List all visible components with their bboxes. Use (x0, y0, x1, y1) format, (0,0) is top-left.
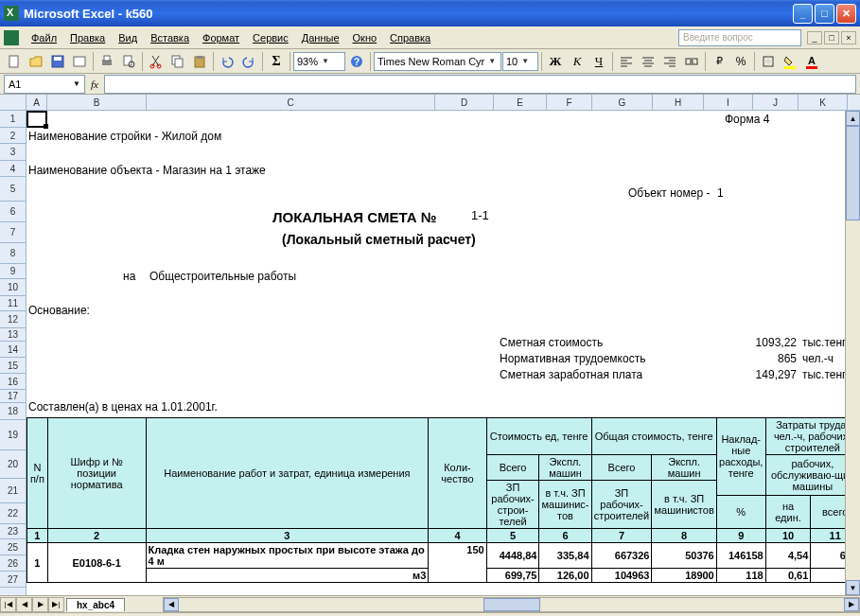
col-header[interactable]: K (799, 95, 848, 110)
maximize-button[interactable]: □ (815, 4, 834, 24)
borders-button[interactable] (758, 51, 779, 72)
col-header[interactable]: I (704, 95, 753, 110)
row-header[interactable]: 3 (0, 144, 26, 161)
copy-button[interactable] (167, 51, 188, 72)
align-right-button[interactable] (659, 51, 680, 72)
help-button[interactable]: ? (346, 51, 367, 72)
name-box[interactable]: A1▼ (4, 75, 85, 94)
tab-next-button[interactable]: ▶ (32, 597, 48, 612)
fontsize-combo[interactable]: 10▼ (502, 52, 538, 71)
row-header[interactable]: 22 (0, 503, 26, 524)
scroll-thumb[interactable] (846, 126, 860, 220)
underline-button[interactable]: Ч (588, 51, 609, 72)
select-all-corner[interactable] (0, 95, 26, 110)
row-header[interactable]: 5 (0, 177, 26, 202)
row-header[interactable]: 25 (0, 539, 26, 555)
undo-button[interactable] (217, 51, 237, 72)
row-header[interactable]: 13 (0, 328, 26, 342)
vertical-scrollbar[interactable]: ▲ ▼ (845, 111, 860, 595)
row-header[interactable]: 2 (0, 128, 26, 144)
merge-button[interactable]: a (681, 51, 702, 72)
row-header[interactable]: 23 (0, 524, 26, 539)
col-header[interactable]: A (26, 95, 47, 110)
row-header[interactable]: 27 (0, 572, 26, 588)
row-header[interactable]: 11 (0, 296, 26, 311)
menu-data[interactable]: Данные (295, 29, 346, 46)
row-header[interactable]: 20 (0, 450, 26, 479)
row-header[interactable]: 16 (0, 374, 26, 390)
italic-button[interactable]: К (567, 51, 588, 72)
row-header[interactable]: 21 (0, 479, 26, 503)
align-center-button[interactable] (638, 51, 658, 72)
currency-button[interactable]: ₽ (709, 51, 729, 72)
scroll-up-button[interactable]: ▲ (846, 111, 860, 126)
row-header[interactable]: 12 (0, 311, 26, 328)
row-header[interactable]: 4 (0, 161, 26, 177)
row-header[interactable]: 19 (0, 420, 26, 450)
font-combo[interactable]: Times New Roman Cyr▼ (374, 52, 501, 71)
minimize-button[interactable]: _ (793, 4, 813, 24)
row-header[interactable]: 17 (0, 390, 26, 403)
cut-button[interactable] (146, 51, 167, 72)
col-header[interactable]: H (653, 95, 704, 110)
scroll-left-button[interactable]: ◀ (164, 598, 179, 611)
row-header[interactable]: 26 (0, 555, 26, 572)
row-header[interactable]: 14 (0, 342, 26, 358)
menu-format[interactable]: Формат (196, 29, 246, 46)
row-header[interactable]: 9 (0, 264, 26, 279)
row-header[interactable]: 6 (0, 202, 26, 222)
tab-first-button[interactable]: |◀ (0, 597, 16, 612)
row-header[interactable]: 15 (0, 358, 26, 374)
align-left-button[interactable] (616, 51, 637, 72)
col-header[interactable]: C (147, 95, 435, 110)
active-cell[interactable] (26, 111, 47, 128)
scroll-down-button[interactable]: ▼ (846, 580, 860, 595)
row-header[interactable]: 10 (0, 279, 26, 296)
col-header[interactable]: F (547, 95, 592, 110)
close-button[interactable]: ✕ (836, 4, 856, 24)
scroll-right-button[interactable]: ▶ (844, 598, 859, 611)
menu-file[interactable]: Файл (25, 29, 63, 46)
print-button[interactable] (97, 51, 117, 72)
menu-edit[interactable]: Правка (63, 29, 112, 46)
mdi-minimize-button[interactable]: _ (807, 31, 822, 44)
mdi-restore-button[interactable]: □ (824, 31, 839, 44)
col-header[interactable]: B (47, 95, 147, 110)
print-preview-button[interactable] (118, 51, 139, 72)
col-header[interactable]: E (494, 95, 547, 110)
menu-view[interactable]: Вид (112, 29, 144, 46)
save-button[interactable] (47, 51, 68, 72)
row-header[interactable]: 7 (0, 222, 26, 243)
horizontal-scrollbar[interactable]: ◀ ▶ (163, 597, 860, 612)
font-color-button[interactable]: A (801, 51, 822, 72)
tab-last-button[interactable]: ▶| (48, 597, 64, 612)
percent-button[interactable]: % (730, 51, 751, 72)
col-header[interactable]: G (592, 95, 653, 110)
help-search-input[interactable]: Введите вопрос (678, 29, 801, 46)
formula-bar[interactable] (104, 75, 856, 94)
sheet-tab[interactable]: hx_abc4 (66, 598, 125, 611)
menu-help[interactable]: Справка (383, 29, 437, 46)
row-header[interactable]: 8 (0, 243, 26, 264)
mdi-close-button[interactable]: × (841, 31, 856, 44)
worksheet-grid[interactable]: ABCDEFGHIJK 1234567891011121314151617181… (0, 95, 860, 612)
scroll-thumb[interactable] (483, 598, 540, 611)
redo-button[interactable] (238, 51, 259, 72)
zoom-combo[interactable]: 93%▼ (293, 52, 345, 71)
open-button[interactable] (26, 51, 46, 72)
bold-button[interactable]: Ж (545, 51, 566, 72)
permissions-button[interactable] (69, 51, 90, 72)
tab-prev-button[interactable]: ◀ (16, 597, 32, 612)
autosum-button[interactable]: Σ (266, 51, 287, 72)
new-button[interactable] (4, 51, 25, 72)
col-header[interactable]: J (753, 95, 799, 110)
col-header[interactable]: D (435, 95, 494, 110)
menu-insert[interactable]: Вставка (144, 29, 196, 46)
paste-button[interactable] (189, 51, 210, 72)
menu-window[interactable]: Окно (346, 29, 384, 46)
fx-icon[interactable]: fx (91, 79, 98, 90)
menu-tools[interactable]: Сервис (246, 29, 295, 46)
row-header[interactable]: 1 (0, 111, 26, 128)
row-header[interactable]: 18 (0, 403, 26, 420)
fill-color-button[interactable] (780, 51, 800, 72)
